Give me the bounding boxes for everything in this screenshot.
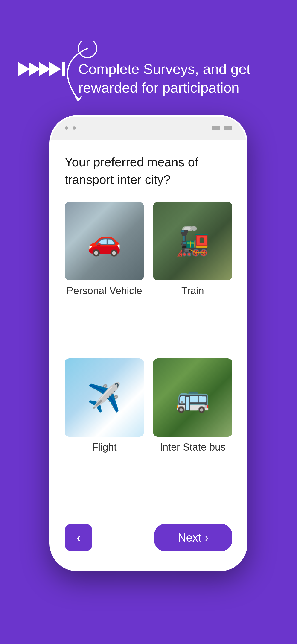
transport-grid: Personal Vehicle Train Flight Inter Stat… <box>65 202 232 505</box>
phone-content: Your preferred means of transport inter … <box>51 140 246 570</box>
back-button[interactable]: ‹ <box>65 524 92 552</box>
back-arrow-icon: ‹ <box>77 531 80 544</box>
phone-top-left <box>65 126 76 130</box>
signal-icon <box>212 126 220 130</box>
flight-label: Flight <box>92 441 117 453</box>
next-button-label: Next <box>178 531 202 544</box>
status-dot-2 <box>72 126 76 130</box>
bus-image <box>153 358 232 437</box>
promo-tagline: Complete Surveys, and get rewarded for p… <box>78 60 278 97</box>
svg-marker-1 <box>29 62 40 76</box>
battery-icon <box>224 126 232 130</box>
next-arrow-icon: › <box>205 531 208 544</box>
phone-status-bar <box>51 116 246 140</box>
transport-item-personal-vehicle[interactable]: Personal Vehicle <box>65 202 144 349</box>
svg-marker-0 <box>18 62 30 76</box>
phone-top-right <box>212 126 232 130</box>
survey-question: Your preferred means of transport inter … <box>65 154 232 188</box>
inter-state-bus-label: Inter State bus <box>160 441 226 453</box>
flight-image <box>65 358 144 437</box>
phone-mockup: Your preferred means of transport inter … <box>50 115 248 571</box>
svg-marker-2 <box>39 62 51 76</box>
status-dot-1 <box>65 126 68 130</box>
svg-point-5 <box>78 42 97 58</box>
transport-item-inter-state-bus[interactable]: Inter State bus <box>153 358 232 505</box>
next-button[interactable]: Next › <box>154 524 232 552</box>
personal-vehicle-label: Personal Vehicle <box>66 285 142 296</box>
personal-vehicle-image <box>65 202 144 280</box>
train-label: Train <box>182 285 204 296</box>
transport-item-flight[interactable]: Flight <box>65 358 144 505</box>
train-image <box>153 202 232 280</box>
transport-item-train[interactable]: Train <box>153 202 232 349</box>
bottom-nav: ‹ Next › <box>65 519 232 552</box>
curved-arrow-decoration <box>51 42 97 101</box>
page-wrapper: Complete Surveys, and get rewarded for p… <box>0 0 297 644</box>
